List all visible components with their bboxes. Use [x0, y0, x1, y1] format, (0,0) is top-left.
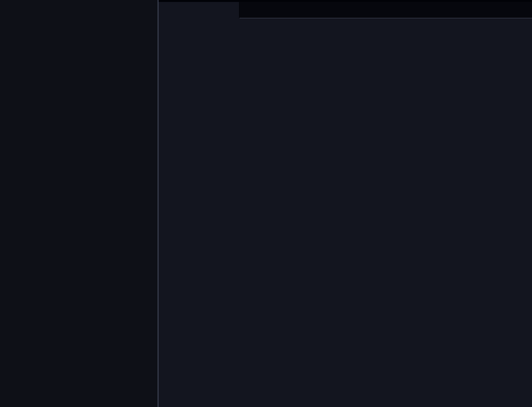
editor-column	[159, 0, 532, 407]
explorer-header	[0, 2, 158, 14]
vscode-window	[0, 0, 532, 407]
breadcrumb	[159, 18, 532, 29]
tab-config-go[interactable]	[159, 2, 239, 18]
tab-bar	[159, 2, 532, 18]
code-editor[interactable]	[159, 29, 532, 407]
explorer-sidebar	[0, 0, 158, 407]
